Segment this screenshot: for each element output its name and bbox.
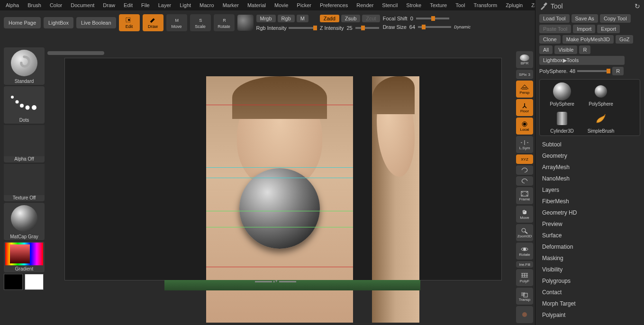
- menu-stroke[interactable]: Stroke: [402, 1, 425, 9]
- transp-button[interactable]: Transp: [516, 288, 533, 305]
- floor-button[interactable]: Floor: [516, 99, 533, 116]
- subpalette-surface[interactable]: Surface: [535, 230, 644, 241]
- rot-ccw-button[interactable]: [516, 176, 533, 186]
- menu-transform[interactable]: Transform: [470, 1, 501, 9]
- m-button[interactable]: M: [297, 15, 308, 22]
- menu-preferences[interactable]: Preferences: [316, 1, 352, 9]
- color-picker[interactable]: [5, 243, 43, 265]
- menu-file[interactable]: File: [137, 1, 154, 9]
- save-as-button[interactable]: Save As: [571, 14, 598, 23]
- subpalette-nanomesh[interactable]: NanoMesh: [535, 173, 644, 184]
- paste-tool-button[interactable]: Paste Tool: [539, 25, 571, 33]
- swatch-white[interactable]: [25, 274, 44, 290]
- menu-zplugin[interactable]: Zplugin: [502, 1, 526, 9]
- bpr-button[interactable]: BPR: [516, 51, 533, 68]
- lightbox-button[interactable]: LightBox: [44, 17, 73, 28]
- ghost-button[interactable]: [516, 306, 533, 323]
- move-mode-button[interactable]: M Move: [166, 14, 187, 31]
- persp-button[interactable]: Persp: [516, 81, 533, 98]
- subpalette-layers[interactable]: Layers: [535, 184, 644, 196]
- subpalette-geometry[interactable]: Geometry: [535, 150, 644, 162]
- subpalette-contact[interactable]: Contact: [535, 287, 644, 298]
- polysphere-slider[interactable]: [577, 70, 610, 72]
- menu-material[interactable]: Material: [244, 1, 270, 9]
- subpalette-masking[interactable]: Masking: [535, 253, 644, 264]
- subpalette-preview[interactable]: Preview: [535, 218, 644, 230]
- menu-texture[interactable]: Texture: [426, 1, 451, 9]
- texture-slot[interactable]: Texture Off: [4, 164, 45, 201]
- z-intensity-slider[interactable]: [355, 27, 379, 29]
- brush-slot[interactable]: Standard: [4, 47, 45, 85]
- tool-thumb-polysphere[interactable]: PolySphere: [544, 81, 581, 107]
- menu-render[interactable]: Render: [353, 1, 377, 9]
- menu-layer[interactable]: Layer: [154, 1, 175, 9]
- subpalette-arraymesh[interactable]: ArrayMesh: [535, 162, 644, 173]
- visible-button[interactable]: Visible: [554, 45, 577, 54]
- polymesh-sphere[interactable]: [239, 168, 320, 249]
- rotate-mode-button[interactable]: R Rotate: [214, 14, 235, 31]
- subpalette-fibermesh[interactable]: FiberMesh: [535, 196, 644, 207]
- canvas-resize-handle[interactable]: ▬▬▬▬ ▴▾ ▬▬▬▬: [255, 279, 296, 283]
- material-preview-icon[interactable]: [237, 15, 254, 31]
- alpha-slot[interactable]: Alpha Off: [4, 125, 45, 162]
- stroke-slot[interactable]: Dots: [4, 86, 45, 124]
- swatch-black[interactable]: [4, 274, 23, 290]
- import-button[interactable]: Import: [573, 25, 595, 33]
- zsub-button[interactable]: Zsub: [341, 15, 360, 22]
- tool-thumb-polysphere-2[interactable]: PolySphere: [582, 81, 619, 107]
- lightbox-tools-button[interactable]: Lightbox▶Tools: [539, 56, 625, 65]
- menu-macro[interactable]: Macro: [196, 1, 218, 9]
- export-button[interactable]: Export: [597, 25, 620, 33]
- subpalette-visibility[interactable]: Visibility: [535, 264, 644, 275]
- subpalette-deformation[interactable]: Deformation: [535, 241, 644, 253]
- frame-button[interactable]: Frame: [516, 187, 533, 204]
- move-nav-button[interactable]: Move: [516, 206, 533, 223]
- menu-brush[interactable]: Brush: [24, 1, 45, 9]
- material-slot[interactable]: MatCap Gray: [4, 203, 45, 240]
- color-picker-slot[interactable]: Gradient: [4, 242, 45, 272]
- load-tool-button[interactable]: Load Tool: [539, 14, 570, 23]
- zcut-button[interactable]: Zcut: [362, 15, 380, 22]
- xyz-button[interactable]: XYZ: [516, 154, 533, 164]
- tool-thumb-simplebrush[interactable]: SimpleBrush: [582, 108, 619, 134]
- document-canvas[interactable]: [64, 58, 502, 280]
- menu-document[interactable]: Document: [67, 1, 98, 9]
- spix-slider[interactable]: SPix3: [516, 70, 533, 79]
- scale-mode-button[interactable]: S Scale: [190, 14, 211, 31]
- menu-color[interactable]: Color: [46, 1, 66, 9]
- local-button[interactable]: Local: [516, 117, 533, 135]
- goz-button[interactable]: GoZ: [616, 35, 633, 44]
- menu-edit[interactable]: Edit: [120, 1, 136, 9]
- subpalette-geometryhd[interactable]: Geometry HD: [535, 207, 644, 218]
- r-button[interactable]: R: [579, 45, 590, 54]
- dynamic-label[interactable]: Dynamic: [454, 25, 471, 29]
- homepage-button[interactable]: Home Page: [4, 17, 41, 28]
- menu-draw[interactable]: Draw: [99, 1, 119, 9]
- lsym-button[interactable]: L.Sym: [516, 136, 533, 153]
- rgb-intensity-slider[interactable]: [289, 27, 317, 29]
- zoom3d-button[interactable]: Zoom3D: [516, 224, 533, 241]
- polyf-button[interactable]: PolyF: [516, 269, 533, 286]
- tool-thumb-cylinder3d[interactable]: Cylinder3D: [544, 108, 581, 134]
- make-polymesh3d-button[interactable]: Make PolyMesh3D: [562, 35, 614, 44]
- edit-mode-button[interactable]: Edit: [119, 14, 140, 31]
- menu-tool[interactable]: Tool: [452, 1, 469, 9]
- focal-shift-slider[interactable]: [416, 18, 449, 19]
- copy-tool-button[interactable]: Copy Tool: [600, 14, 631, 23]
- refresh-icon[interactable]: ↻: [635, 2, 640, 10]
- mrgb-button[interactable]: Mrgb: [256, 15, 276, 22]
- zadd-button[interactable]: Zadd: [320, 15, 339, 22]
- draw-size-slider[interactable]: [418, 26, 451, 28]
- rgb-button[interactable]: Rgb: [278, 15, 295, 22]
- canvas-scrollbar-h[interactable]: [47, 51, 104, 55]
- menu-movie[interactable]: Movie: [271, 1, 292, 9]
- subpalette-morphtarget[interactable]: Morph Target: [535, 298, 644, 309]
- liveboolean-button[interactable]: Live Boolean: [76, 17, 116, 28]
- rot-cw-button[interactable]: [516, 165, 533, 175]
- subpalette-polygroups[interactable]: Polygroups: [535, 275, 644, 287]
- all-button[interactable]: All: [539, 45, 553, 54]
- menu-stencil[interactable]: Stencil: [378, 1, 401, 9]
- menu-picker[interactable]: Picker: [293, 1, 315, 9]
- rotate-nav-button[interactable]: Rotate: [516, 243, 533, 260]
- menu-light[interactable]: Light: [176, 1, 195, 9]
